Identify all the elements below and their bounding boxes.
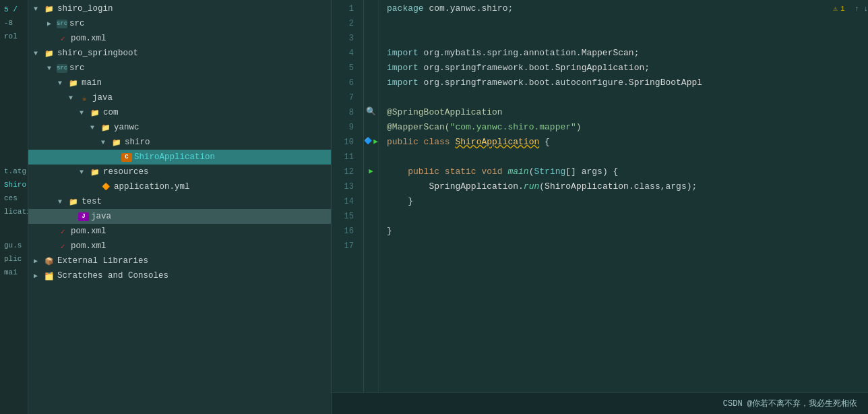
clip-text-6: ces — [0, 191, 28, 205]
gutter-3 — [364, 30, 378, 45]
pom-icon-1: ✓ — [57, 33, 69, 44]
clip-text-2: -8 — [0, 16, 28, 30]
import-class-5: SpringApplication — [555, 61, 645, 76]
scratches-icon: 🗂️ — [43, 270, 55, 281]
run-icon-10[interactable]: ▶ — [373, 137, 378, 146]
tree-item-test[interactable]: 📁 test — [28, 194, 331, 209]
kw-static-12: static — [445, 165, 482, 179]
tree-item-shiro-app[interactable]: C ShiroApplication — [28, 150, 331, 165]
kw-import-4: import — [387, 46, 424, 61]
code-line-8: @SpringBootApplication — [387, 105, 868, 120]
label-shiro-springboot: shiro_springboot — [57, 49, 138, 58]
import-path-5: org.springframework.boot. — [424, 61, 555, 76]
java-icon-2: J — [78, 212, 89, 221]
indent-14: } — [387, 194, 413, 209]
gutter-10[interactable]: 🔷 ▶ — [364, 134, 378, 148]
clip-text-3: rol — [0, 30, 28, 43]
tree-item-main[interactable]: 📁 main — [28, 76, 331, 90]
args-13: ( — [539, 179, 545, 194]
gutter-12[interactable]: ▶ — [364, 163, 378, 178]
label-ext-libs: External Libraries — [57, 256, 148, 266]
label-resources: resources — [103, 167, 149, 177]
code-line-4: import org.mybatis.spring.annotation.Map… — [387, 46, 868, 61]
tree-item-ext-libs[interactable]: 📦 External Libraries — [28, 254, 331, 268]
label-com: com — [103, 108, 119, 117]
tree-item-app-yml[interactable]: 🔶 application.yml — [28, 179, 331, 194]
tree-item-pom-2[interactable]: ✓ pom.xml — [28, 224, 331, 239]
pkg-path: com.yanwc.shiro; — [429, 1, 513, 16]
import-path-4: org.mybatis.spring.annotation. — [424, 46, 582, 61]
brace-10: { — [539, 135, 550, 150]
gutter-6 — [364, 74, 378, 89]
warning-icon-1: ⚠ — [833, 1, 838, 16]
folder-icon-main: 📁 — [67, 78, 80, 88]
arrow-shiro-springboot — [34, 50, 43, 57]
label-test: test — [82, 197, 102, 206]
tree-item-shiro-folder[interactable]: 📁 shiro — [28, 135, 331, 150]
label-pom-2: pom.xml — [71, 227, 106, 236]
tree-item-pom-3[interactable]: ✓ pom.xml — [28, 239, 331, 254]
tree-item-src-1[interactable]: src src — [28, 16, 331, 31]
clip-text-7: licati — [0, 205, 28, 218]
gutter-13 — [364, 178, 378, 193]
class-spring: SpringApplication — [429, 179, 518, 194]
kw-public-12: public — [408, 165, 445, 179]
tree-item-scratches[interactable]: 🗂️ Scratches and Consoles — [28, 268, 331, 283]
line-num-1: 1 — [332, 1, 358, 16]
close-paren-9: ) — [576, 120, 582, 135]
code-line-12: public static void main(String[] args) { — [387, 165, 868, 179]
nav-arrows[interactable]: ↑ ↓ — [855, 1, 868, 16]
kw-class-10: class — [424, 135, 456, 150]
tree-item-shiro-login[interactable]: 📁 shiro_login — [28, 1, 331, 16]
tree-item-com[interactable]: 📁 com — [28, 105, 331, 120]
code-line-13: SpringApplication.run(ShiroApplication.c… — [387, 179, 868, 194]
classname-10: ShiroApplication — [455, 135, 539, 150]
class-shiro-13: ShiroApplication — [545, 179, 629, 194]
bookmark-icon-10[interactable]: 🔷 — [364, 137, 372, 145]
import-class-4: MapperScan — [582, 46, 634, 61]
line-num-5: 5 — [332, 61, 358, 76]
arrow-java — [69, 94, 78, 102]
annotation-8: @SpringBootApplication — [387, 105, 503, 120]
tree-item-pom-1[interactable]: ✓ pom.xml — [28, 31, 331, 46]
line-numbers: 1 2 3 4 5 6 7 8 9 10 11 12 13 14 15 16 1… — [332, 0, 364, 392]
tree-item-shiro-springboot[interactable]: 📁 shiro_springboot — [28, 46, 331, 61]
tree-item-resources[interactable]: 📁 resources — [28, 165, 331, 179]
folder-icon-shiro-login: 📁 — [43, 3, 55, 14]
indent-13 — [387, 179, 429, 194]
arrow-yanwc — [90, 124, 100, 131]
indent-12 — [387, 165, 408, 179]
closing-brace-16: } — [387, 224, 392, 239]
tree-item-src-2[interactable]: src src — [28, 61, 331, 76]
code-line-5: import org.springframework.boot.SpringAp… — [387, 61, 868, 76]
gutter-15 — [364, 208, 378, 223]
code-line-11 — [387, 150, 868, 165]
gutter-8[interactable]: 🔍 — [364, 104, 378, 119]
dot-13: . — [518, 179, 524, 194]
gutter-16 — [364, 223, 378, 237]
tree-item-java[interactable]: ☕ java — [28, 90, 331, 105]
dot2-13: .class,args); — [629, 179, 697, 194]
code-area[interactable]: package com.yanwc.shiro; ⚠ 1 ↑ ↓ import … — [379, 0, 868, 392]
params-12: ( — [529, 165, 534, 179]
gutter-9 — [364, 119, 378, 134]
code-line-7 — [387, 90, 868, 105]
import-path-6: org.springframework.boot.autoconfigure. — [424, 76, 629, 90]
kw-public-10: public — [387, 135, 424, 150]
label-main: main — [82, 78, 102, 88]
line-num-15: 15 — [332, 209, 358, 224]
tree-item-java-test[interactable]: J java — [28, 209, 331, 224]
gutter-4 — [364, 45, 378, 59]
code-line-6: import org.springframework.boot.autoconf… — [387, 76, 868, 90]
line-num-13: 13 — [332, 179, 358, 194]
tree-item-yanwc[interactable]: 📁 yanwc — [28, 120, 331, 135]
gutter-1 — [364, 0, 378, 15]
folder-icon-springboot: 📁 — [43, 48, 55, 59]
class-icon-shiro-app: C — [121, 153, 132, 162]
semi-4: ; — [634, 46, 640, 61]
status-text: CSDN @你若不离不弃，我必生死相依 — [723, 398, 857, 409]
code-line-17 — [387, 239, 868, 254]
arrow-com — [80, 109, 89, 117]
code-line-3 — [387, 31, 868, 46]
label-java: java — [92, 93, 113, 102]
